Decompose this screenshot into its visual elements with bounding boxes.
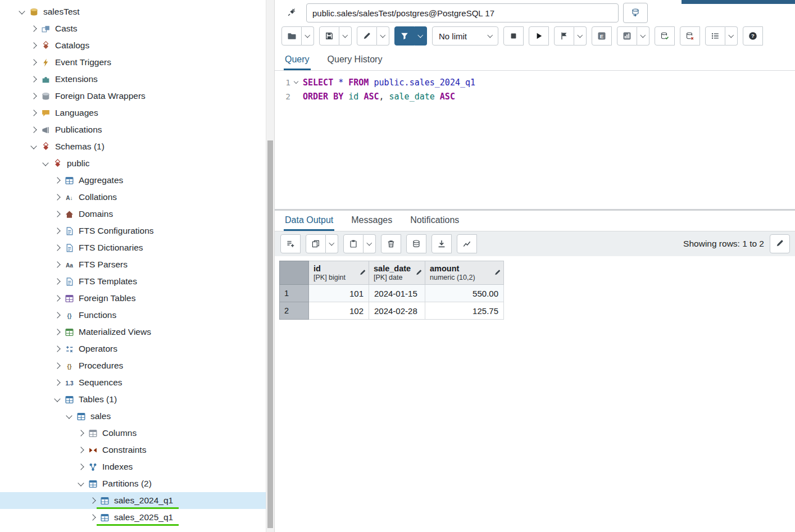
rollback-button[interactable] [680,26,700,46]
tree-node-languages[interactable]: Languages [0,104,266,121]
filter-button[interactable] [394,26,415,46]
tree-node-operators[interactable]: Operators [0,340,266,357]
tree-node-fts-parsers[interactable]: AaFTS Parsers [0,256,266,273]
chevron-right-icon[interactable] [52,380,62,385]
tree-node-foreign-tables[interactable]: Foreign Tables [0,290,266,307]
tree-node-materialized-views[interactable]: Materialized Views [0,324,266,340]
tree-node-foreign-data-wrappers[interactable]: Foreign Data Wrappers [0,88,266,104]
grid-cell[interactable]: 101 [309,285,369,302]
tree-node-salestest[interactable]: salesTest [0,3,266,20]
tree-node-functions[interactable]: {}Functions [0,307,266,324]
pencil-icon[interactable] [359,268,366,278]
column-header-amount[interactable]: amountnumeric (10,2) [425,261,504,285]
paste-button[interactable] [343,234,364,253]
filter-dropdown[interactable] [415,26,427,46]
save-results-to-file-button[interactable] [431,234,452,253]
tab-query-history[interactable]: Query History [326,50,384,70]
chevron-right-icon[interactable] [52,212,62,216]
save-data-changes-button[interactable] [406,234,426,253]
save-file-button[interactable] [319,26,339,46]
chevron-right-icon[interactable] [52,279,62,284]
paste-dropdown[interactable] [364,234,376,253]
tab-notifications[interactable]: Notifications [409,211,460,231]
tree-node-aggregates[interactable]: Aggregates [0,172,266,189]
tree-node-tables-1[interactable]: Tables (1) [0,391,266,408]
chevron-right-icon[interactable] [52,195,62,199]
tree-node-fts-configurations[interactable]: FTS Configurations [0,222,266,239]
column-header-id[interactable]: id[PK] bigint [309,261,369,285]
chevron-right-icon[interactable] [52,178,62,183]
row-header[interactable]: 1 [279,285,309,302]
chevron-right-icon[interactable] [29,111,39,115]
tree-node-schemas-1[interactable]: Schemas (1) [0,138,266,155]
tree-node-fts-templates[interactable]: FTS Templates [0,273,266,290]
tree-node-sales[interactable]: sales [0,408,266,425]
explain-analyze-button[interactable] [617,26,637,46]
tree-node-sales-2025-q1[interactable]: sales_2025_q1 [0,509,266,526]
grid-cell[interactable]: 550.00 [425,285,504,302]
sidebar-scrollbar[interactable] [266,0,274,532]
chevron-down-icon[interactable] [40,162,51,165]
grid-cell[interactable]: 125.75 [425,302,504,320]
chevron-right-icon[interactable] [52,363,62,368]
open-file-dropdown[interactable] [302,26,314,46]
tree-node-publications[interactable]: Publications [0,121,266,138]
tab-messages[interactable]: Messages [350,211,393,231]
pencil-icon[interactable] [415,268,423,278]
tree-node-casts[interactable]: Casts [0,20,266,37]
tree-node-constraints[interactable]: Constraints [0,442,266,458]
tree-node-procedures[interactable]: {}Procedures [0,357,266,374]
macros-button[interactable] [705,26,725,46]
chevron-right-icon[interactable] [52,296,62,301]
graph-visualiser-button[interactable] [457,234,477,253]
edit-dropdown[interactable] [377,26,389,46]
chevron-right-icon[interactable] [29,94,39,98]
chevron-down-icon[interactable] [64,415,74,418]
chevron-right-icon[interactable] [76,465,86,469]
add-row-button[interactable] [280,234,301,253]
scrollbar-thumb[interactable] [267,140,273,528]
chevron-right-icon[interactable] [52,245,62,250]
chevron-down-icon[interactable] [52,398,62,401]
tree-node-extensions[interactable]: Extensions [0,71,266,88]
column-header-sale-date[interactable]: sale_date[PK] date [369,261,425,285]
tab-query[interactable]: Query [284,50,311,70]
chevron-down-icon[interactable] [76,483,86,485]
tree-node-sales-2024-q1[interactable]: sales_2024_q1 [0,492,266,509]
tree-node-catalogs[interactable]: Catalogs [0,37,266,54]
fold-chevron-icon[interactable] [290,81,302,83]
delete-row-button[interactable] [381,234,401,253]
tree-node-columns[interactable]: Columns [0,425,266,442]
grid-cell[interactable]: 2024-01-15 [369,285,425,302]
chevron-right-icon[interactable] [76,431,86,435]
chevron-right-icon[interactable] [88,498,98,503]
chevron-right-icon[interactable] [29,43,39,48]
pencil-icon[interactable] [494,268,501,278]
chevron-right-icon[interactable] [29,77,39,81]
chevron-right-icon[interactable] [52,262,62,267]
stop-button[interactable] [503,26,524,46]
chevron-right-icon[interactable] [76,448,86,452]
commit-button[interactable] [655,26,675,46]
execute-options-button[interactable] [554,26,574,46]
open-file-button[interactable] [281,26,302,46]
chevron-right-icon[interactable] [52,330,62,334]
tree-node-event-triggers[interactable]: Event Triggers [0,54,266,71]
tree-node-fts-dictionaries[interactable]: FTS Dictionaries [0,239,266,256]
tree-node-partitions-2[interactable]: Partitions (2) [0,475,266,492]
chevron-down-icon[interactable] [29,145,39,148]
grid-select-all-corner[interactable] [279,261,309,285]
copy-button[interactable] [306,234,326,253]
explain-button[interactable]: E [592,26,612,46]
edit-button[interactable] [357,26,377,46]
edit-data-button[interactable] [770,234,790,253]
tree-node-sequences[interactable]: 1.3Sequences [0,374,266,391]
grid-cell[interactable]: 102 [309,302,369,320]
help-button[interactable]: ? [743,26,763,46]
tree-node-public[interactable]: public [0,155,266,172]
chevron-right-icon[interactable] [52,347,62,351]
chevron-right-icon[interactable] [29,60,39,65]
chevron-right-icon[interactable] [88,515,98,520]
chevron-down-icon[interactable] [17,11,27,13]
chevron-right-icon[interactable] [29,26,39,31]
